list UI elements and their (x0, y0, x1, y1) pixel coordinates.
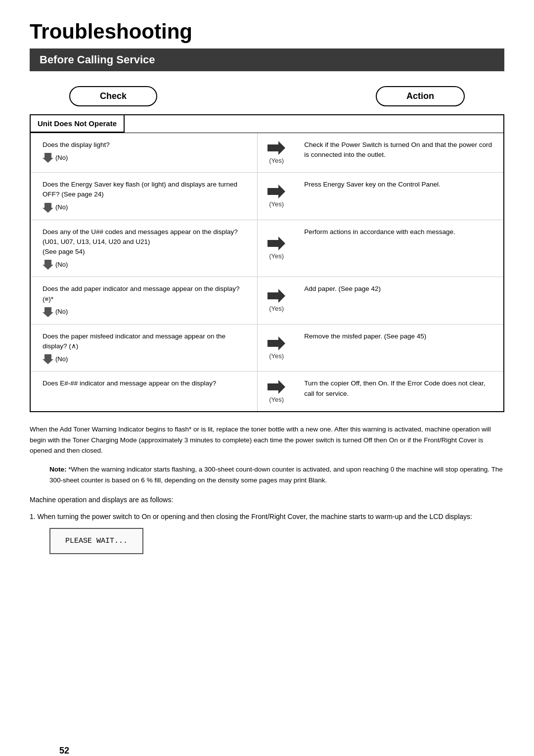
svg-marker-5 (267, 236, 285, 250)
note-section: Note: *When the warning indicator starts… (30, 464, 504, 485)
right-arrow-icon-5 (267, 336, 285, 350)
no-label-3: (No) (55, 261, 68, 268)
check-text-6: Does E#-## indicator and message appear … (43, 378, 248, 388)
table-row: Does the display light? (No) (Yes) (31, 133, 503, 173)
right-arrow-icon-3 (267, 236, 285, 250)
no-label-2: (No) (55, 203, 68, 211)
action-text-2: Press Energy Saver key on the Control Pa… (304, 180, 494, 189)
section-header: Before Calling Service (30, 48, 504, 71)
note-label: Note: (49, 466, 67, 473)
check-text-4: Does the add paper indicator and message… (43, 284, 248, 304)
action-pill: Action (376, 86, 465, 106)
svg-marker-3 (267, 185, 285, 198)
page-title: Troubleshooting (30, 20, 504, 44)
table-row: Does any of the U## codes and messages a… (31, 220, 503, 278)
yes-label-3: (Yes) (269, 252, 284, 260)
down-arrow-icon (43, 202, 53, 213)
check-text-5: Does the paper misfeed indicator and mes… (43, 331, 248, 352)
machine-op-section: Machine operation and displays are as fo… (30, 494, 504, 554)
yes-label-5: (Yes) (269, 352, 284, 360)
no-label-1: (No) (55, 154, 68, 161)
lcd-display-box: PLEASE WAIT... (49, 528, 143, 555)
action-text-1: Check if the Power Switch is turned On a… (304, 140, 494, 160)
action-text-4: Add paper. (See page 42) (304, 284, 494, 294)
check-pill: Check (69, 86, 157, 106)
table-row: Does the paper misfeed indicator and mes… (31, 325, 503, 372)
svg-marker-9 (267, 336, 285, 350)
table-row: Does the Energy Saver key flash (or ligh… (31, 173, 503, 220)
yes-label-2: (Yes) (269, 200, 284, 208)
right-arrow-icon-6 (267, 380, 285, 394)
action-text-6: Turn the copier Off, then On. If the Err… (304, 378, 494, 399)
no-label-4: (No) (55, 308, 68, 315)
check-text-3: Does any of the U## codes and messages a… (43, 227, 248, 257)
action-text-5: Remove the misfed paper. (See page 45) (304, 331, 494, 341)
right-arrow-icon-2 (267, 185, 285, 198)
table-row: Does E#-## indicator and message appear … (31, 372, 503, 411)
check-text-1: Does the display light? (43, 140, 248, 150)
yes-label-6: (Yes) (269, 396, 284, 403)
yes-label-1: (Yes) (269, 157, 284, 164)
table-row: Does the add paper indicator and message… (31, 277, 503, 325)
down-arrow-icon (43, 306, 53, 317)
yes-label-4: (Yes) (269, 305, 284, 312)
note-text: *When the warning indicator starts flash… (49, 466, 503, 484)
down-arrow-icon (43, 353, 53, 364)
svg-marker-10 (267, 380, 285, 394)
action-text-3: Perform actions in accordance with each … (304, 227, 494, 237)
svg-marker-2 (43, 203, 53, 213)
svg-marker-1 (267, 141, 285, 155)
page-number: 52 (59, 746, 69, 756)
down-arrow-icon (43, 152, 53, 163)
check-text-2: Does the Energy Saver key flash (or ligh… (43, 180, 248, 200)
svg-marker-4 (43, 260, 53, 270)
right-arrow-icon-4 (267, 289, 285, 303)
svg-marker-0 (43, 153, 53, 163)
svg-marker-7 (267, 289, 285, 303)
right-arrow-icon-1 (267, 141, 285, 155)
down-arrow-icon (43, 259, 53, 270)
machine-op-label: Machine operation and displays are as fo… (30, 494, 504, 506)
troubleshoot-table: Unit Does Not Operate Does the display l… (30, 114, 504, 412)
no-label-5: (No) (55, 355, 68, 363)
step1-text: 1. When turning the power switch to On o… (30, 511, 504, 523)
svg-marker-8 (43, 354, 53, 364)
svg-marker-6 (43, 307, 53, 317)
footnote: When the Add Toner Warning Indicator beg… (30, 424, 504, 456)
table-title: Unit Does Not Operate (31, 115, 125, 133)
